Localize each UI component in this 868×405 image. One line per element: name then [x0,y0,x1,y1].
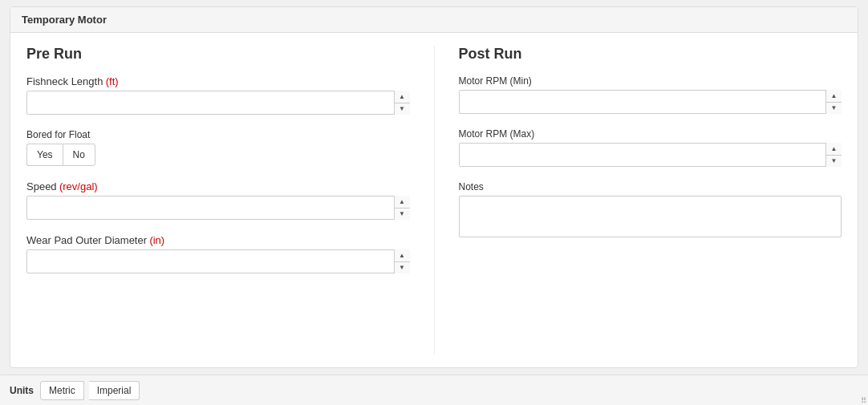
motor-rpm-max-input[interactable] [459,143,842,167]
wear-pad-input-wrapper: ▲ ▼ [26,249,410,273]
motor-rpm-max-spinners: ▲ ▼ [825,143,842,167]
motor-rpm-max-up[interactable]: ▲ [826,143,842,156]
bored-for-float-label: Bored for Float [26,129,410,140]
motor-rpm-max-label: Motor RPM (Max) [459,128,842,140]
motor-rpm-min-label: Motor RPM (Min) [459,75,842,87]
right-panel: Post Run Motor RPM (Min) ▲ ▼ Motor RPM (… [435,46,842,354]
wear-pad-input[interactable] [26,249,410,273]
motor-rpm-min-down[interactable]: ▼ [826,103,842,115]
fishneck-length-down[interactable]: ▼ [395,103,410,115]
notes-group: Notes [459,181,842,240]
units-label: Units [10,385,34,396]
bored-for-float-no[interactable]: No [63,144,95,166]
speed-group: Speed (rev/gal) ▲ ▼ [26,180,410,220]
speed-input-wrapper: ▲ ▼ [26,196,410,220]
motor-rpm-min-group: Motor RPM (Min) ▲ ▼ [459,75,842,114]
motor-rpm-max-group: Motor RPM (Max) ▲ ▼ [459,128,842,167]
fishneck-length-up[interactable]: ▲ [395,91,410,103]
left-panel: Pre Run Fishneck Length (ft) ▲ ▼ [26,46,435,354]
speed-spinners: ▲ ▼ [394,196,410,220]
resize-handle[interactable]: ⠿ [858,395,868,405]
notes-input[interactable] [459,196,842,237]
motor-rpm-max-down[interactable]: ▼ [826,156,842,168]
fishneck-length-input[interactable] [26,91,410,115]
notes-label: Notes [459,181,842,192]
footer-bar: Units Metric Imperial [0,375,868,405]
wear-pad-label: Wear Pad Outer Diameter (in) [26,234,410,246]
wear-pad-up[interactable]: ▲ [395,249,410,262]
bored-for-float-yes[interactable]: Yes [26,144,63,166]
speed-input[interactable] [26,196,410,220]
fishneck-length-input-wrapper: ▲ ▼ [26,91,410,115]
wear-pad-spinners: ▲ ▼ [394,249,410,273]
card-title: Temporary Motor [22,14,107,26]
bored-for-float-group: Bored for Float Yes No [26,129,410,166]
imperial-tab[interactable]: Imperial [89,381,140,400]
motor-rpm-min-input[interactable] [459,90,842,114]
bored-for-float-toggle: Yes No [26,144,410,166]
card-body: Pre Run Fishneck Length (ft) ▲ ▼ [10,33,858,367]
speed-down[interactable]: ▼ [395,209,410,221]
card: Temporary Motor Pre Run Fishneck Length … [10,6,858,368]
motor-rpm-min-up[interactable]: ▲ [826,90,842,103]
pre-run-title: Pre Run [26,46,410,63]
motor-rpm-max-input-wrapper: ▲ ▼ [459,143,842,167]
wear-pad-group: Wear Pad Outer Diameter (in) ▲ ▼ [26,234,410,273]
main-container: Temporary Motor Pre Run Fishneck Length … [0,0,868,375]
card-header: Temporary Motor [10,7,858,33]
wear-pad-down[interactable]: ▼ [395,262,410,274]
fishneck-length-spinners: ▲ ▼ [394,91,410,115]
motor-rpm-min-input-wrapper: ▲ ▼ [459,90,842,114]
post-run-title: Post Run [459,46,842,63]
motor-rpm-min-spinners: ▲ ▼ [825,90,842,114]
fishneck-length-group: Fishneck Length (ft) ▲ ▼ [26,75,410,115]
speed-label: Speed (rev/gal) [26,180,410,192]
speed-up[interactable]: ▲ [395,196,410,209]
fishneck-length-label: Fishneck Length (ft) [26,75,410,87]
metric-tab[interactable]: Metric [40,381,84,400]
